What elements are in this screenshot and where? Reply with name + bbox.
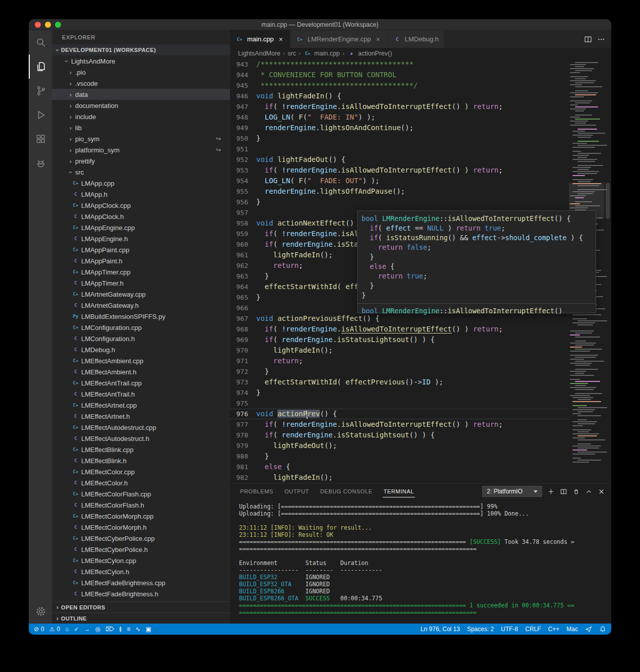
code-line[interactable]: 981 else {	[230, 462, 611, 472]
tree-item[interactable]: CLMEffectColor.h	[52, 477, 230, 488]
panel-tab-debug-console[interactable]: DEBUG CONSOLE	[319, 485, 374, 497]
more-actions-icon[interactable]	[597, 35, 605, 43]
code-line[interactable]: 977 if( !renderEngine.isAllowedToInterru…	[230, 419, 611, 430]
error-icon[interactable]: ⊘0	[34, 626, 44, 633]
code-line[interactable]: 944 * CONVENIENCE FOR BUTTON CONTROL	[230, 70, 611, 80]
tree-item[interactable]: CLMEffectColorMorph.h	[52, 522, 230, 533]
code-line[interactable]: 951	[230, 144, 611, 154]
code-line[interactable]: 947 if( !renderEngine.isAllowedToInterru…	[230, 101, 611, 112]
breadcrumb-item[interactable]: C+main.cpp	[303, 50, 340, 57]
code-line[interactable]: 949 renderEngine.lightsOnAndContinue();	[230, 123, 611, 133]
tree-item[interactable]: C+LMEffectColorMorph.cpp	[52, 511, 230, 522]
tree-item[interactable]: ›data	[52, 89, 230, 100]
source-control-icon[interactable]	[29, 79, 52, 103]
code-line[interactable]: 969 if( renderEngine.isStatusLightsout()…	[230, 334, 611, 345]
explorer-icon[interactable]	[29, 54, 52, 79]
breadcrumb-item[interactable]: ◈actionPrev()	[347, 50, 392, 57]
panel-tab-problems[interactable]: PROBLEMS	[239, 485, 274, 497]
tree-item[interactable]: PyLMBuildExtensionSPIFFS.py	[52, 311, 230, 322]
tree-item[interactable]: CLMEffectAmbient.h	[52, 366, 230, 377]
scrollbar-thumb[interactable]	[606, 183, 610, 219]
tree-item[interactable]: CLMEffectAntTrail.h	[52, 388, 230, 400]
feedback-icon[interactable]	[585, 626, 592, 633]
editor-tab[interactable]: CLMDebug.h	[388, 30, 444, 48]
warning-icon[interactable]: ⚠0	[49, 626, 60, 633]
close-panel-icon[interactable]	[598, 488, 605, 495]
tree-item[interactable]: CLMArtnetGateway.h	[52, 300, 230, 311]
list-icon[interactable]: ≡	[127, 626, 131, 633]
code-line[interactable]: 968 if( !renderEngine.isAllowedToInterru…	[230, 324, 611, 334]
new-terminal-icon[interactable]	[547, 488, 555, 495]
tree-item[interactable]: ›lib	[52, 122, 230, 133]
editor-tab[interactable]: C+LMRenderEngine.cpp×	[290, 30, 388, 48]
workspace-section-header[interactable]: › DEVELOPMENT01 (WORKSPACE)	[52, 44, 230, 55]
tree-item[interactable]: C+LMEffectAmbient.cpp	[52, 355, 230, 366]
tree-item[interactable]: C+LMArtnetGateway.cpp	[52, 289, 230, 300]
tree-item[interactable]: CLMEffectCyberPolice.h	[52, 544, 230, 555]
tree-item[interactable]: ›.vscode	[52, 78, 230, 89]
code-line[interactable]: 950}	[230, 133, 611, 144]
terminal-select[interactable]: 2: PlatformIO	[482, 486, 542, 497]
tree-item[interactable]: CLMEffectFadeBrightness.h	[52, 588, 230, 599]
tree-item[interactable]: ›LightsAndMore	[52, 55, 230, 67]
code-line[interactable]: 953 if( !renderEngine.isAllowedToInterru…	[230, 165, 611, 176]
tree-item[interactable]: ›.pio	[52, 67, 230, 78]
run-debug-icon[interactable]	[29, 103, 52, 127]
status-utf-8[interactable]: UTF-8	[501, 626, 518, 633]
split-terminal-icon[interactable]	[560, 488, 567, 495]
code-line[interactable]: 954 LOG_LN( F(" FADE: OUT") );	[230, 176, 611, 186]
panel-tab-terminal[interactable]: TERMINAL	[383, 485, 415, 497]
breadcrumb-item[interactable]: LightsAndMore	[238, 50, 280, 57]
search-icon[interactable]	[29, 30, 52, 54]
code-line[interactable]: 955 renderEngine.lightsOffAndPause();	[230, 186, 611, 197]
code-line[interactable]: 979 lightFadeOut();	[230, 440, 611, 451]
editor-scrollbar[interactable]	[604, 59, 611, 483]
status-ln-976-col-13[interactable]: Ln 976, Col 13	[421, 626, 460, 633]
code-line[interactable]: 975	[230, 398, 611, 409]
tree-item[interactable]: ›documentation	[52, 100, 230, 111]
code-line[interactable]: 974}	[230, 387, 611, 398]
code-line[interactable]: 982 lightFadeIn();	[230, 472, 611, 483]
split-editor-icon[interactable]	[584, 35, 592, 43]
terminal-icon[interactable]: ▣	[146, 626, 151, 633]
code-line[interactable]: 980 }	[230, 451, 611, 462]
breadcrumb-item[interactable]: src	[287, 50, 296, 57]
check-icon[interactable]: ✓	[74, 626, 79, 633]
code-line[interactable]: 973 effectStartWithId( effectPrevious()-…	[230, 377, 611, 387]
tree-item[interactable]: C+LMAppClock.cpp	[52, 200, 230, 211]
settings-gear-icon[interactable]	[29, 599, 52, 624]
tree-item[interactable]: C+LMEffectCylon.cpp	[52, 555, 230, 566]
tree-item[interactable]: C+LMConfiguration.cpp	[52, 322, 230, 333]
tree-item[interactable]: ›platformio_sym↪	[52, 144, 230, 155]
tree-item[interactable]: C+LMApp.cpp	[52, 178, 230, 189]
tree-item[interactable]: C+LMEffectArtnet.cpp	[52, 400, 230, 411]
panel-tab-output[interactable]: OUTPUT	[283, 485, 310, 497]
flask-icon[interactable]: ≬	[119, 626, 122, 633]
tree-item[interactable]: C+LMEffectAutodestruct.cpp	[52, 422, 230, 433]
tree-item[interactable]: CLMAppPaint.h	[52, 255, 230, 266]
tree-item[interactable]: CLMEffectBlink.h	[52, 455, 230, 466]
editor-tab[interactable]: C+main.cpp×	[230, 30, 290, 48]
tree-item[interactable]: C+LMAppTimer.cpp	[52, 266, 230, 277]
tree-item[interactable]: C+LMEffectCyberPolice.cpp	[52, 533, 230, 544]
code-line[interactable]: 948 LOG_LN( F(" FADE: IN") );	[230, 112, 611, 123]
tree-item[interactable]: ›prettify	[52, 155, 230, 166]
tree-item[interactable]: C+LMEffectAntTrail.cpp	[52, 377, 230, 388]
status-mac[interactable]: Mac	[566, 626, 578, 633]
tree-item[interactable]: CLMApp.h	[52, 189, 230, 200]
code-line[interactable]: 971 return;	[230, 356, 611, 366]
tree-item[interactable]: C+LMEffectBlink.cpp	[52, 444, 230, 455]
tree-item[interactable]: CLMAppEngine.h	[52, 233, 230, 244]
extensions-icon[interactable]	[29, 127, 52, 151]
tree-item[interactable]: CLMAppClock.h	[52, 211, 230, 222]
code-line[interactable]: 978 if( renderEngine.isStatusLightsout()…	[230, 430, 611, 440]
tree-item[interactable]: CLMEffectCylon.h	[52, 566, 230, 577]
bug-icon[interactable]	[29, 151, 52, 176]
trash-icon[interactable]: ⌦	[105, 626, 114, 633]
maximize-panel-icon[interactable]	[585, 488, 593, 495]
code-line[interactable]: 943/************************************	[230, 59, 611, 70]
status-crlf[interactable]: CRLF	[525, 626, 541, 633]
tree-item[interactable]: C+LMAppEngine.cpp	[52, 222, 230, 233]
tree-item[interactable]: CLMEffectColorFlash.h	[52, 499, 230, 511]
close-tab-icon[interactable]: ×	[374, 35, 382, 43]
